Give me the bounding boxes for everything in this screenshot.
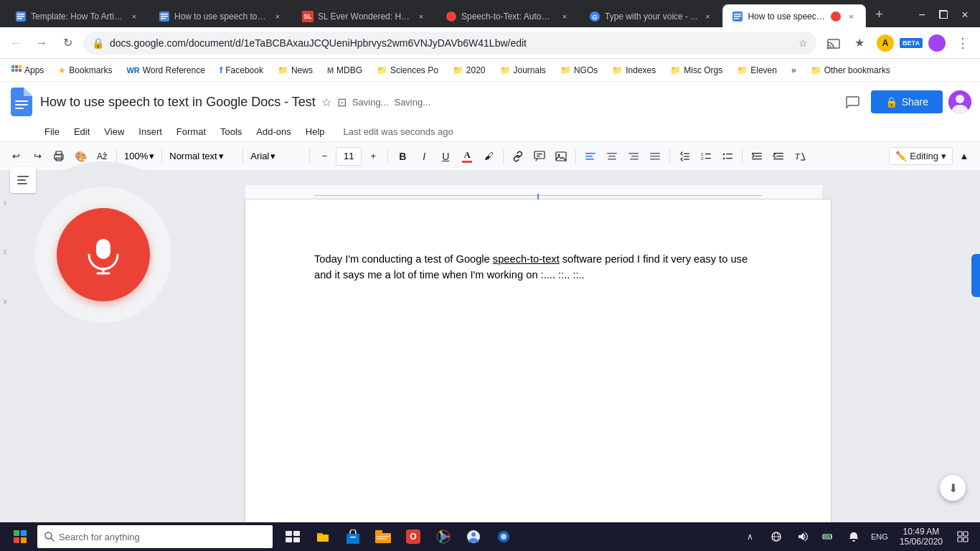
font-size-decrease[interactable]: −: [314, 146, 334, 166]
start-button[interactable]: [6, 522, 34, 551]
bookmark-news[interactable]: 📁 News: [272, 62, 319, 78]
font-selector[interactable]: Arial ▾: [248, 147, 305, 166]
app6-button[interactable]: [459, 522, 488, 551]
action-center-button[interactable]: [951, 522, 974, 551]
highlight-color-button[interactable]: 🖌: [479, 146, 499, 166]
bookmark-eleven[interactable]: 📁 Eleven: [731, 62, 783, 78]
bookmark-button[interactable]: ★: [848, 32, 871, 55]
user-avatar-docs[interactable]: [948, 90, 971, 113]
close-window-button[interactable]: ×: [956, 6, 974, 24]
docs-document-title[interactable]: How to use speech to text in Google Docs…: [40, 95, 316, 110]
bookmark-facebook[interactable]: f Facebook: [214, 62, 269, 78]
google-account-button[interactable]: A: [874, 32, 897, 55]
tab-4-close[interactable]: ×: [559, 11, 570, 22]
menu-help[interactable]: Help: [298, 123, 332, 140]
align-left-button[interactable]: [580, 146, 600, 166]
file-manager-button[interactable]: [369, 522, 397, 551]
font-size-input[interactable]: [336, 147, 362, 166]
justify-button[interactable]: [645, 146, 665, 166]
chrome-button[interactable]: [429, 522, 458, 551]
bookmark-bookmarks[interactable]: ★ Bookmarks: [52, 62, 118, 78]
line-spacing-button[interactable]: [674, 146, 694, 166]
tab-6-active[interactable]: How to use speech... ×: [722, 4, 866, 27]
text-color-button[interactable]: A: [457, 146, 477, 166]
insert-link-button[interactable]: [508, 146, 528, 166]
menu-tools[interactable]: Tools: [213, 123, 249, 140]
tab-3[interactable]: SL SL Ever Wondered: How d... ×: [293, 4, 436, 27]
tab-4[interactable]: Speech-to-Text: Autom... ×: [436, 4, 580, 27]
forward-button[interactable]: →: [32, 33, 52, 53]
menu-file[interactable]: File: [37, 123, 67, 140]
bold-button[interactable]: B: [392, 146, 413, 166]
bookmark-journals[interactable]: 📁 Journals: [494, 62, 552, 78]
menu-format[interactable]: Format: [169, 123, 213, 140]
task-view-button[interactable]: [278, 522, 307, 551]
user-profile-button[interactable]: [925, 32, 948, 55]
office-button[interactable]: O: [399, 522, 428, 551]
insert-image-button[interactable]: [551, 146, 571, 166]
align-right-button[interactable]: [623, 146, 644, 166]
folder-icon[interactable]: ⊡: [337, 95, 347, 109]
tray-notification[interactable]: [842, 522, 865, 551]
bookmark-misc-orgs[interactable]: 📁 Misc Orgs: [664, 62, 728, 78]
tab-5[interactable]: G Type with your voice - ... ×: [580, 4, 722, 27]
bulleted-list-button[interactable]: [717, 146, 738, 166]
italic-button[interactable]: I: [414, 146, 434, 166]
undo-button[interactable]: ↩: [6, 146, 26, 166]
tray-battery[interactable]: [816, 522, 839, 551]
tab-5-close[interactable]: ×: [702, 11, 713, 22]
comments-button[interactable]: [839, 89, 865, 115]
menu-addons[interactable]: Add-ons: [249, 123, 298, 140]
tray-language[interactable]: ENG: [868, 522, 891, 551]
star-icon[interactable]: ☆: [798, 37, 808, 49]
tray-sound[interactable]: [791, 522, 814, 551]
tab-1[interactable]: Template: How To Artic... ×: [6, 4, 149, 27]
text-style-selector[interactable]: Normal text ▾: [166, 147, 238, 166]
collapse-toolbar-button[interactable]: ▲: [954, 146, 974, 166]
cast-button[interactable]: [822, 32, 845, 55]
increase-indent-button[interactable]: [768, 146, 788, 166]
tab-6-close[interactable]: ×: [845, 11, 857, 22]
numbered-list-button[interactable]: 1. 2.: [696, 146, 716, 166]
bookmark-sciences-po[interactable]: 📁 Sciences Po: [371, 62, 444, 78]
print-button[interactable]: [49, 146, 69, 166]
clear-formatting-button[interactable]: T: [790, 146, 810, 166]
doc-content[interactable]: Today I'm conducting a test of Google sp…: [314, 251, 762, 283]
more-menu-button[interactable]: ⋮: [951, 32, 974, 55]
clock-area[interactable]: 10:49 AM 15/06/2020: [894, 527, 948, 547]
bookmark-mdbg[interactable]: M MDBG: [321, 62, 368, 78]
maximize-button[interactable]: ⧠: [934, 6, 953, 24]
bookmark-more[interactable]: »: [786, 62, 802, 78]
bookmark-indexes[interactable]: 📁 Indexes: [606, 62, 661, 78]
doc-paragraph[interactable]: Today I'm conducting a test of Google sp…: [314, 251, 762, 283]
doc-scroll-area[interactable]: Today I'm conducting a test of Google sp…: [96, 171, 980, 551]
tray-show-hidden[interactable]: ∧: [739, 522, 762, 551]
share-button[interactable]: 🔒 Share: [871, 90, 943, 113]
app7-button[interactable]: [489, 522, 518, 551]
tab-2[interactable]: How to use speech to t... ×: [149, 4, 293, 27]
font-size-increase[interactable]: +: [363, 146, 383, 166]
minimize-button[interactable]: −: [913, 6, 931, 24]
extensions-button[interactable]: BETA: [900, 32, 923, 55]
back-button[interactable]: ←: [6, 33, 26, 53]
bookmark-2020[interactable]: 📁 2020: [447, 62, 491, 78]
side-panel-toggle[interactable]: [971, 254, 980, 297]
scroll-to-bottom-button[interactable]: ⬇: [940, 475, 966, 501]
tab-2-close[interactable]: ×: [272, 11, 283, 22]
redo-button[interactable]: ↪: [27, 146, 47, 166]
reload-button[interactable]: ↻: [57, 33, 77, 53]
tray-network[interactable]: [765, 522, 788, 551]
address-bar[interactable]: 🔒 docs.google.com/document/d/1eTaBCBAxau…: [83, 32, 816, 55]
taskbar-search[interactable]: Search for anything: [37, 525, 273, 548]
menu-view[interactable]: View: [97, 123, 131, 140]
bookmark-word-reference[interactable]: WR Word Reference: [121, 62, 210, 78]
tab-1-close[interactable]: ×: [128, 11, 140, 22]
insert-comment-button[interactable]: [529, 146, 550, 166]
bookmark-other[interactable]: 📁 Other bookmarks: [805, 62, 896, 78]
decrease-indent-button[interactable]: [747, 146, 767, 166]
bookmark-apps[interactable]: Apps: [6, 62, 50, 78]
document-outline-button[interactable]: [10, 171, 36, 193]
underline-button[interactable]: U: [435, 146, 456, 166]
menu-edit[interactable]: Edit: [67, 123, 97, 140]
star-doc-icon[interactable]: ☆: [321, 95, 331, 109]
